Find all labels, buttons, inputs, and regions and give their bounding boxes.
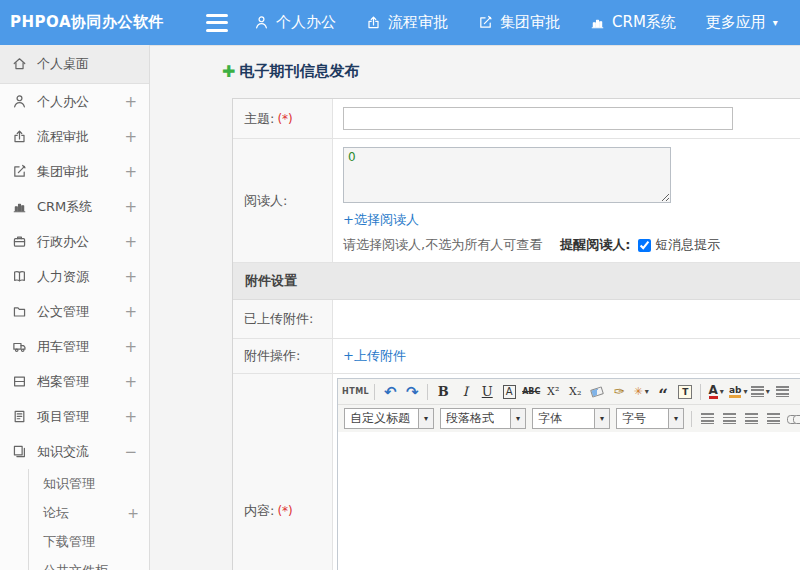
expand-plus-icon[interactable]: + — [124, 93, 137, 111]
sidebar-item-label: 个人桌面 — [37, 55, 89, 73]
nav-item-1[interactable]: 个人办公 — [254, 13, 336, 32]
subject-input[interactable] — [343, 107, 733, 130]
font-family-select[interactable]: 字体▾ — [532, 408, 610, 429]
editor-toolbar-row2: 自定义标题▾段落格式▾字体▾字号▾ — [338, 405, 800, 432]
sidebar-item[interactable]: 知识交流− — [0, 434, 149, 469]
expand-plus-icon[interactable]: + — [124, 233, 137, 251]
expand-plus-icon[interactable]: + — [124, 373, 137, 391]
heading-select[interactable]: 自定义标题▾ — [344, 408, 434, 429]
align-center-button[interactable] — [719, 408, 739, 429]
sidebar-item[interactable]: CRM系统+ — [0, 189, 149, 224]
sidebar-item[interactable]: 个人桌面 — [0, 45, 149, 84]
sidebar-subitem[interactable]: 论坛+ — [29, 498, 149, 527]
sidebar-item[interactable]: 档案管理+ — [0, 364, 149, 399]
expand-plus-icon[interactable]: + — [124, 198, 137, 216]
align-left-button-glyph — [701, 413, 714, 424]
expand-plus-icon[interactable]: + — [124, 338, 137, 356]
bar-chart-icon — [590, 15, 605, 30]
sidebar-item[interactable]: 公文管理+ — [0, 294, 149, 329]
readers-textarea[interactable]: 0 — [343, 147, 671, 203]
sidebar-subitem[interactable]: 公共文件柜 — [29, 556, 149, 570]
nav-item-2[interactable]: 流程审批 — [366, 13, 448, 32]
sidebar-item[interactable]: 用车管理+ — [0, 329, 149, 364]
main-content: ✚ 电子期刊信息发布 主题: (*) 阅读人: — [150, 45, 800, 570]
unordered-list-button[interactable] — [772, 381, 792, 402]
select-readers-link[interactable]: +选择阅读人 — [343, 211, 419, 229]
sidebar-subitem-label: 知识管理 — [43, 475, 95, 493]
underline-button[interactable]: U — [477, 381, 497, 402]
sidebar-item[interactable]: 项目管理+ — [0, 399, 149, 434]
align-justify-button-glyph — [767, 413, 780, 424]
superscript-button[interactable]: X² — [543, 381, 563, 402]
undo-button[interactable]: ↶ — [380, 381, 400, 402]
align-justify-button[interactable] — [763, 408, 783, 429]
attachment-ops-label: 附件操作: — [233, 339, 333, 373]
sidebar-item[interactable]: 行政办公+ — [0, 224, 149, 259]
italic-button[interactable]: I — [455, 381, 475, 402]
paste-plain-text-button-glyph: T — [678, 385, 692, 399]
bold-button[interactable]: B — [433, 381, 453, 402]
expand-plus-icon[interactable]: + — [124, 408, 137, 426]
editor-content-area[interactable] — [338, 432, 800, 570]
subject-label: 主题: (*) — [233, 99, 333, 138]
undo-button-glyph: ↶ — [384, 383, 397, 401]
sidebar-item-label: 人力资源 — [37, 268, 89, 286]
ordered-list-button[interactable]: ▾ — [750, 381, 770, 402]
highlight-color-button[interactable]: ab▾ — [728, 381, 748, 402]
redo-button[interactable]: ↷ — [402, 381, 422, 402]
publish-form: 主题: (*) 阅读人: 0 +选择阅读人 — [232, 98, 800, 570]
add-icon: ✚ — [222, 62, 235, 81]
align-left-button[interactable] — [697, 408, 717, 429]
app-title: PHPOA协同办公软件 — [0, 13, 150, 32]
expand-plus-icon[interactable]: + — [124, 163, 137, 181]
nav-item-label: 更多应用 — [706, 13, 766, 32]
process-icon — [366, 15, 381, 30]
quick-format-button-glyph: ✳ — [634, 385, 643, 398]
hamburger-icon[interactable] — [206, 14, 228, 32]
sms-checkbox[interactable] — [638, 239, 651, 252]
upload-attachment-link[interactable]: +上传附件 — [343, 347, 406, 365]
sidebar-item[interactable]: 流程审批+ — [0, 119, 149, 154]
font-size-select[interactable]: 字号▾ — [616, 408, 684, 429]
book-icon — [12, 269, 28, 285]
editor-toolbar-row1: HTML↶↷BIUAABCX²X₂✑✳▾“TA▾ab▾▾ — [338, 379, 800, 405]
caret-down-icon: ▾ — [720, 387, 724, 396]
remove-format-button[interactable] — [587, 381, 607, 402]
expand-plus-icon[interactable]: + — [124, 303, 137, 321]
nav-item-5[interactable]: 更多应用▾ — [706, 13, 778, 32]
page-title: ✚ 电子期刊信息发布 — [222, 62, 800, 81]
bar-chart-icon — [12, 199, 28, 215]
sidebar-subitem[interactable]: 下载管理 — [29, 527, 149, 556]
font-family-select-label: 字体 — [538, 410, 562, 427]
paragraph-format-select-label: 段落格式 — [446, 410, 494, 427]
sidebar-item[interactable]: 个人办公+ — [0, 84, 149, 119]
paste-plain-text-button[interactable]: T — [675, 381, 695, 402]
expand-plus-icon[interactable]: + — [124, 128, 137, 146]
blockquote-button[interactable]: “ — [653, 381, 673, 402]
caret-down-icon: ▾ — [773, 18, 778, 28]
nav-item-4[interactable]: CRM系统 — [590, 13, 676, 32]
subject-row: 主题: (*) — [233, 99, 800, 139]
attachment-ops-row: 附件操作: +上传附件 — [233, 339, 800, 374]
subscript-button[interactable]: X₂ — [565, 381, 585, 402]
strikethrough-button[interactable]: ABC — [521, 381, 541, 402]
insert-link-button[interactable] — [785, 408, 800, 429]
font-color-button[interactable]: A▾ — [706, 381, 726, 402]
align-right-button[interactable] — [741, 408, 761, 429]
sidebar-item[interactable]: 集团审批+ — [0, 154, 149, 189]
html-source-button[interactable]: HTML — [342, 381, 369, 402]
header-nav: 个人办公流程审批集团审批CRM系统更多应用▾ — [254, 13, 800, 32]
sidebar-item[interactable]: 人力资源+ — [0, 259, 149, 294]
folder-icon — [12, 304, 28, 320]
font-style-box-button[interactable]: A — [499, 381, 519, 402]
paragraph-format-select[interactable]: 段落格式▾ — [440, 408, 526, 429]
expand-plus-icon[interactable]: + — [127, 505, 139, 521]
expand-plus-icon[interactable]: + — [124, 268, 137, 286]
sidebar-subitem[interactable]: 知识管理 — [29, 469, 149, 498]
sidebar-item-label: 项目管理 — [37, 408, 89, 426]
format-brush-button[interactable]: ✑ — [609, 381, 629, 402]
collapse-minus-icon[interactable]: − — [124, 443, 137, 461]
quick-format-button[interactable]: ✳▾ — [631, 381, 651, 402]
nav-item-3[interactable]: 集团审批 — [478, 13, 560, 32]
highlight-color-button-glyph: ab — [729, 386, 742, 398]
